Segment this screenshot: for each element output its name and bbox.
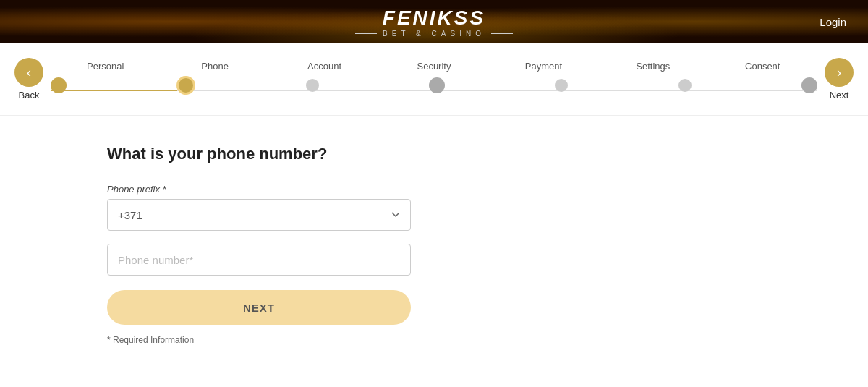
step-dot-phone [176, 76, 195, 95]
step-label-personal: Personal [51, 61, 160, 72]
stepper: ‹ Back Personal Phone Account Security P… [0, 43, 868, 116]
step-label-payment: Payment [489, 61, 598, 72]
step-dot-settings [678, 79, 692, 92]
step-label-settings: Settings [598, 61, 707, 72]
step-dot-personal [51, 77, 67, 93]
step-label-consent: Consent [708, 61, 817, 72]
phone-prefix-select[interactable]: +371 +1 +44 +49 [107, 199, 411, 231]
logo: FENIKSS BET & CASINO [355, 7, 513, 38]
prefix-label: Phone prefix * [107, 184, 761, 195]
step-label-security: Security [379, 61, 488, 72]
header: FENIKSS BET & CASINO Login [0, 0, 868, 43]
step-dot-consent [801, 77, 817, 93]
logo-main-text: FENIKSS [355, 7, 513, 30]
login-button[interactable]: Login [820, 16, 846, 28]
next-button-stepper[interactable]: › [825, 58, 854, 87]
next-submit-button[interactable]: NEXT [107, 290, 411, 325]
step-dot-security [429, 77, 445, 93]
step-label-phone: Phone [160, 61, 269, 72]
form-title: What is your phone number? [107, 145, 761, 163]
next-label: Next [830, 90, 849, 101]
step-label-account: Account [270, 61, 379, 72]
logo-sub-text: BET & CASINO [355, 30, 513, 38]
back-button[interactable]: ‹ [14, 58, 43, 87]
required-note: * Required Information [107, 335, 761, 345]
track-line-filled [51, 90, 177, 91]
back-label: Back [19, 90, 40, 101]
step-dot-account [306, 79, 319, 92]
steps-wrapper: Personal Phone Account Security Payment … [51, 54, 817, 105]
steps-track [51, 76, 817, 105]
back-section: ‹ Back [14, 58, 43, 101]
phone-number-input[interactable] [107, 244, 411, 276]
steps-labels: Personal Phone Account Security Payment … [51, 54, 817, 76]
next-section: › Next [825, 58, 854, 101]
main-content: What is your phone number? Phone prefix … [0, 116, 868, 374]
